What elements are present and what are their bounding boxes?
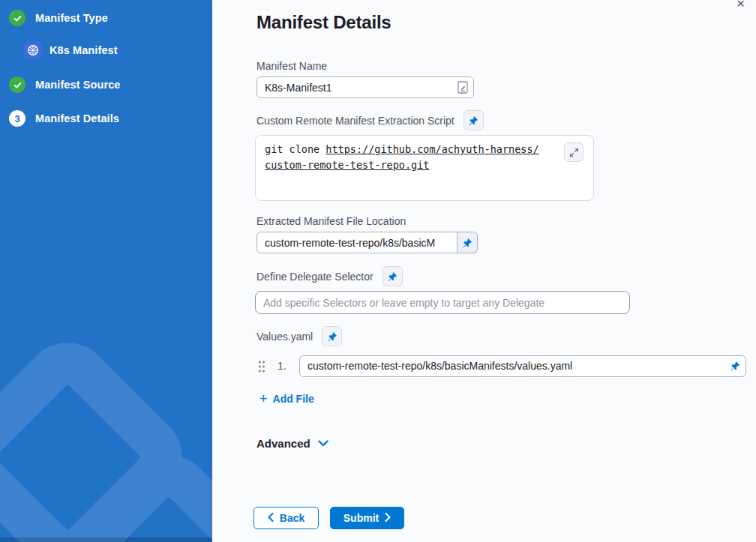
back-label: Back: [280, 512, 304, 524]
add-file-label: Add File: [273, 393, 314, 405]
step-label: Manifest Details: [35, 112, 119, 124]
back-button[interactable]: Back: [254, 507, 319, 529]
extraction-script-field-header: Custom Remote Manifest Extraction Script: [256, 110, 484, 130]
sidebar-item-manifest-type[interactable]: Manifest Type: [9, 10, 108, 26]
chevron-down-icon: [318, 438, 328, 449]
extraction-script-label: Custom Remote Manifest Extraction Script: [256, 115, 454, 127]
script-command: git clone: [265, 143, 326, 155]
manifest-details-panel: × Manifest Details Manifest Name Custom …: [212, 0, 756, 542]
delegate-selector-field-header: Define Delegate Selector: [256, 266, 403, 286]
check-circle-icon: [9, 76, 26, 93]
step-number-badge: 3: [9, 110, 26, 127]
step-label: Manifest Source: [35, 79, 121, 91]
step-label: Manifest Type: [35, 12, 108, 24]
sidebar-bottom-edge: [0, 538, 212, 542]
advanced-label: Advanced: [256, 437, 310, 450]
extracted-location-field: [256, 232, 478, 253]
delegate-selector-label: Define Delegate Selector: [256, 271, 374, 283]
add-file-button[interactable]: + Add File: [260, 392, 314, 406]
chevron-right-icon: [385, 512, 391, 524]
plus-icon: +: [260, 392, 268, 406]
runtime-input-pin-icon[interactable]: [730, 361, 740, 373]
script-url-line2: custom-remote-test-repo.git: [265, 159, 429, 171]
close-icon[interactable]: ×: [736, 0, 745, 10]
edit-name-icon[interactable]: [458, 81, 468, 97]
runtime-input-pin-icon[interactable]: [458, 232, 478, 253]
sidebar-item-manifest-source[interactable]: Manifest Source: [9, 76, 121, 93]
chevron-left-icon: [268, 512, 274, 524]
extraction-script-editor[interactable]: git clone https://github.com/achyuth-har…: [255, 135, 594, 201]
extracted-location-input[interactable]: [256, 232, 458, 253]
submit-button[interactable]: Submit: [330, 507, 404, 529]
extracted-location-label: Extracted Manifest File Location: [256, 215, 406, 227]
manifest-name-label: Manifest Name: [256, 60, 327, 72]
delegate-selector-field: [255, 291, 630, 314]
values-file-input[interactable]: [299, 355, 746, 377]
wizard-sidebar: Manifest Type K8s Manifest: [0, 0, 212, 542]
advanced-toggle[interactable]: Advanced: [256, 437, 328, 450]
expand-editor-icon[interactable]: [564, 142, 584, 162]
kubernetes-icon: [24, 41, 42, 59]
check-circle-icon: [9, 10, 26, 26]
sidebar-item-k8s-manifest[interactable]: K8s Manifest: [24, 41, 118, 59]
page-title: Manifest Details: [256, 12, 392, 33]
values-yaml-field-header: Values.yaml: [256, 326, 342, 346]
delegate-selector-input[interactable]: [255, 291, 630, 314]
values-file-row: 1.: [258, 355, 746, 377]
sidebar-item-manifest-details[interactable]: 3 Manifest Details: [9, 110, 119, 127]
values-yaml-label: Values.yaml: [256, 331, 313, 343]
manifest-name-field: [256, 76, 474, 98]
runtime-input-pin-icon[interactable]: [382, 266, 403, 286]
runtime-input-pin-icon[interactable]: [322, 326, 342, 346]
values-file-field: [299, 355, 746, 377]
manifest-name-input[interactable]: [256, 76, 474, 98]
step-label: K8s Manifest: [50, 44, 118, 56]
drag-handle-icon[interactable]: [258, 360, 265, 373]
submit-label: Submit: [344, 512, 379, 524]
script-url-line1: https://github.com/achyuth-harness/: [326, 143, 538, 155]
file-row-index: 1.: [278, 360, 299, 372]
manifest-wizard-dialog: Manifest Type K8s Manifest: [0, 0, 756, 542]
runtime-input-pin-icon[interactable]: [464, 110, 484, 130]
